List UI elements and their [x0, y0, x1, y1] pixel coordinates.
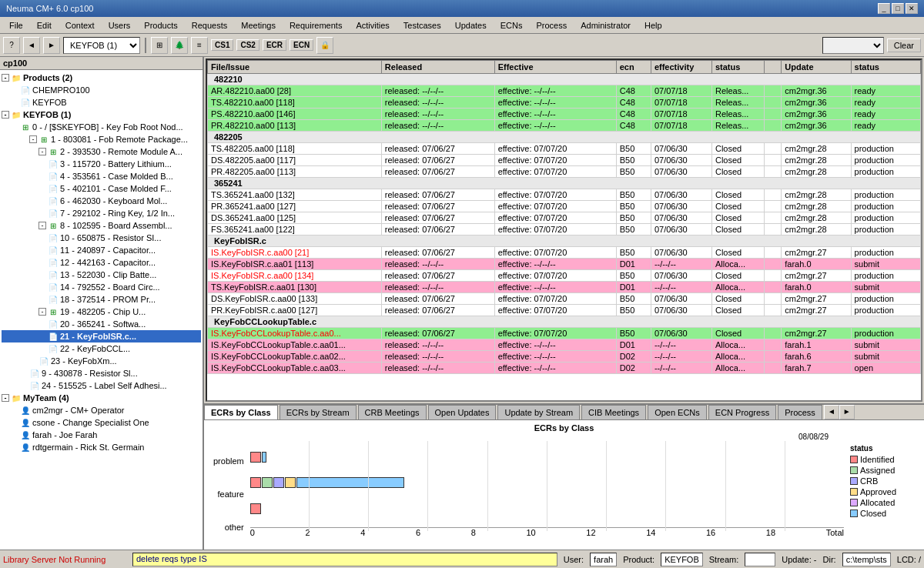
- tree-item-19[interactable]: 📄 23 - KeyFobXm...: [2, 355, 201, 367]
- tree-item-12[interactable]: 📄 13 - 522030 - Clip Batte...: [2, 269, 201, 281]
- col-released[interactable]: Released: [381, 61, 494, 74]
- minimize-btn[interactable]: _: [878, 3, 890, 14]
- col-status[interactable]: status: [711, 61, 764, 74]
- maximize-btn[interactable]: □: [892, 3, 904, 14]
- tab-scroll-right[interactable]: ►: [839, 405, 855, 419]
- tree-keyfob-section[interactable]: - 📁 KEYFOB (1): [2, 109, 201, 121]
- menu-edit[interactable]: Edit: [31, 19, 58, 32]
- tree-item-3[interactable]: 📄 3 - 115720 - Battery Lithium...: [2, 158, 201, 170]
- col-effective[interactable]: Effective: [494, 61, 616, 74]
- tab-ecrs-by-class[interactable]: ECRs by Class: [204, 405, 278, 419]
- col-ecn[interactable]: ecn: [616, 61, 651, 74]
- menu-requests[interactable]: Requests: [186, 19, 233, 32]
- expand-products[interactable]: -: [2, 74, 9, 82]
- table-row[interactable]: IS.KeyFobISR.c.aa00 [134]released: 07/06…: [208, 270, 921, 282]
- expand-myteam[interactable]: -: [2, 394, 9, 402]
- menu-help[interactable]: Help: [638, 19, 668, 32]
- table-row[interactable]: PR.KeyFobISR.c.aa00 [127]released: 07/06…: [208, 305, 921, 316]
- tab-process[interactable]: Process: [778, 405, 822, 419]
- file-table-container[interactable]: File/Issue Released Effective ecn effect…: [206, 58, 922, 402]
- ecr-btn[interactable]: ECR: [263, 39, 286, 51]
- tab-open-updates[interactable]: Open Updates: [428, 405, 497, 419]
- table-row[interactable]: DS.482205.aa00 [117]released: 07/06/27ef…: [208, 155, 921, 166]
- menu-process[interactable]: Process: [530, 19, 573, 32]
- tab-crb-meetings[interactable]: CRB Meetings: [358, 405, 427, 419]
- table-row[interactable]: IS.KeyFobISR.c.aa00 [21]released: 07/06/…: [208, 247, 921, 259]
- toolbar-tree-btn[interactable]: 🌲: [171, 37, 188, 54]
- table-row[interactable]: TS.482205.aa00 [118]released: 07/06/27ef…: [208, 143, 921, 155]
- tree-item-9[interactable]: 📄 10 - 650875 - Resistor SI...: [2, 232, 201, 244]
- toolbar-grid-btn[interactable]: ⊞: [151, 37, 168, 54]
- menu-administrator[interactable]: Administrator: [574, 19, 637, 32]
- table-row[interactable]: IS.KeyFobCCLookupTable.c.aa0...released:…: [208, 328, 921, 339]
- menu-requirements[interactable]: Requirements: [283, 19, 348, 32]
- cs2-btn[interactable]: CS2: [236, 39, 259, 51]
- table-row[interactable]: IS.KeyFobISR.c.aa01 [113]released: --/--…: [208, 259, 921, 270]
- tree-item-13[interactable]: 📄 14 - 792552 - Board Circ...: [2, 281, 201, 293]
- tree-item-11[interactable]: 📄 12 - 442163 - Capacitor...: [2, 256, 201, 269]
- tree-item-16[interactable]: 📄 20 - 365241 - Softwa...: [2, 318, 201, 330]
- status-dropdown[interactable]: [822, 37, 884, 54]
- expand-15[interactable]: -: [38, 308, 46, 316]
- tree-item-8[interactable]: - ⊞ 8 - 102595 - Board Assembl...: [2, 219, 201, 232]
- col-update[interactable]: Update: [782, 61, 851, 74]
- tree-item-2[interactable]: - ⊞ 2 - 393530 - Remote Module A...: [2, 145, 201, 158]
- menu-testcases[interactable]: Testcases: [397, 19, 447, 32]
- toolbar-help-btn[interactable]: ?: [3, 37, 20, 54]
- menu-updates[interactable]: Updates: [449, 19, 493, 32]
- tree-item-18[interactable]: 📄 22 - KeyFobCCL...: [2, 342, 201, 355]
- menu-context[interactable]: Context: [59, 19, 101, 32]
- table-row[interactable]: TS.KeyFobISR.c.aa01 [130]released: --/--…: [208, 282, 921, 293]
- tree-chempro[interactable]: 📄 CHEMPRO100: [2, 84, 201, 96]
- table-row[interactable]: IS.KeyFobCCLookupTable.c.aa02...released…: [208, 351, 921, 363]
- table-row[interactable]: TS.482210.aa00 [118]released: --/--/--ef…: [208, 97, 921, 109]
- tree-products[interactable]: - 📁 Products (2): [2, 72, 201, 84]
- table-row[interactable]: IS.KeyFobCCLookupTable.c.aa03...released…: [208, 363, 921, 374]
- table-row[interactable]: PR.482210.aa00 [113]released: --/--/--ef…: [208, 120, 921, 132]
- tree-item-15[interactable]: - ⊞ 19 - 482205 - Chip U...: [2, 306, 201, 318]
- cs1-btn[interactable]: CS1: [211, 39, 233, 51]
- product-dropdown[interactable]: KEYFOB (1): [63, 37, 140, 54]
- tab-open-ecns[interactable]: Open ECNs: [648, 405, 707, 419]
- close-btn[interactable]: ✕: [906, 3, 918, 14]
- table-row[interactable]: TS.365241.aa00 [132]released: 07/06/27ef…: [208, 189, 921, 201]
- menu-users[interactable]: Users: [102, 19, 137, 32]
- tab-cib-meetings[interactable]: CIB Meetings: [581, 405, 646, 419]
- toolbar-lock-btn[interactable]: 🔒: [316, 37, 333, 54]
- col-effectivity[interactable]: effectivity: [651, 61, 711, 74]
- table-row[interactable]: DS.KeyFobISR.c.aa00 [133]released: 07/06…: [208, 293, 921, 305]
- tree-item-5[interactable]: 📄 5 - 402101 - Case Molded F...: [2, 182, 201, 195]
- ecn-btn[interactable]: ECN: [290, 39, 313, 51]
- table-row[interactable]: PR.365241.aa00 [127]released: 07/06/27ef…: [208, 201, 921, 212]
- tree-rdtgermain[interactable]: 👤 rdtgermain - Rick St. Germain: [2, 441, 201, 453]
- tree-myteam[interactable]: - 📁 MyTeam (4): [2, 392, 201, 404]
- col-file[interactable]: File/Issue: [208, 61, 382, 74]
- table-row[interactable]: PR.482205.aa00 [113]released: 07/06/27ef…: [208, 166, 921, 178]
- tree-item-4[interactable]: 📄 4 - 353561 - Case Molded B...: [2, 170, 201, 182]
- tab-scroll-left[interactable]: ◄: [824, 405, 839, 419]
- tree-item-14[interactable]: 📄 18 - 372514 - PROM Pr...: [2, 293, 201, 306]
- table-row[interactable]: PS.482210.aa00 [146]released: --/--/--ef…: [208, 109, 921, 120]
- tree-item-21[interactable]: 📄 24 - 515525 - Label Self Adhesi...: [2, 379, 201, 392]
- table-row[interactable]: DS.365241.aa00 [125]released: 07/06/27ef…: [208, 212, 921, 224]
- expand-keyfob[interactable]: -: [2, 111, 9, 119]
- menu-meetings[interactable]: Meetings: [235, 19, 282, 32]
- tab-ecn-progress[interactable]: ECN Progress: [708, 405, 776, 419]
- tab-update-by-stream[interactable]: Update by Stream: [497, 405, 580, 419]
- toolbar-filter-btn[interactable]: ≡: [191, 37, 208, 54]
- tree-item-7[interactable]: 📄 7 - 292102 - Ring Key, 1/2 In...: [2, 207, 201, 219]
- tree-csone[interactable]: 👤 csone - Change Specialist One: [2, 416, 201, 429]
- command-input[interactable]: delete reqs type IS: [132, 553, 557, 566]
- tree-item-6[interactable]: 📄 6 - 462030 - Keyboard Mol...: [2, 195, 201, 207]
- tree-item-0[interactable]: ⊞ 0 - / [$SKEYFOB] - Key Fob Root Nod...: [2, 121, 201, 133]
- expand-8[interactable]: -: [38, 222, 46, 229]
- expand-2[interactable]: -: [38, 148, 46, 155]
- tree-cm2mgr[interactable]: 👤 cm2mgr - CM+ Operator: [2, 404, 201, 416]
- expand-1[interactable]: -: [29, 135, 37, 143]
- tree-item-20[interactable]: 📄 9 - 430878 - Resistor Sl...: [2, 367, 201, 379]
- tree-item-10[interactable]: 📄 11 - 240897 - Capacitor...: [2, 244, 201, 256]
- menu-ecns[interactable]: ECNs: [494, 19, 529, 32]
- tree-item-1[interactable]: - ⊞ 1 - 803081 - Fob Remote Package...: [2, 133, 201, 145]
- toolbar-back-btn[interactable]: ◄: [23, 37, 40, 54]
- toolbar-fwd-btn[interactable]: ►: [43, 37, 60, 54]
